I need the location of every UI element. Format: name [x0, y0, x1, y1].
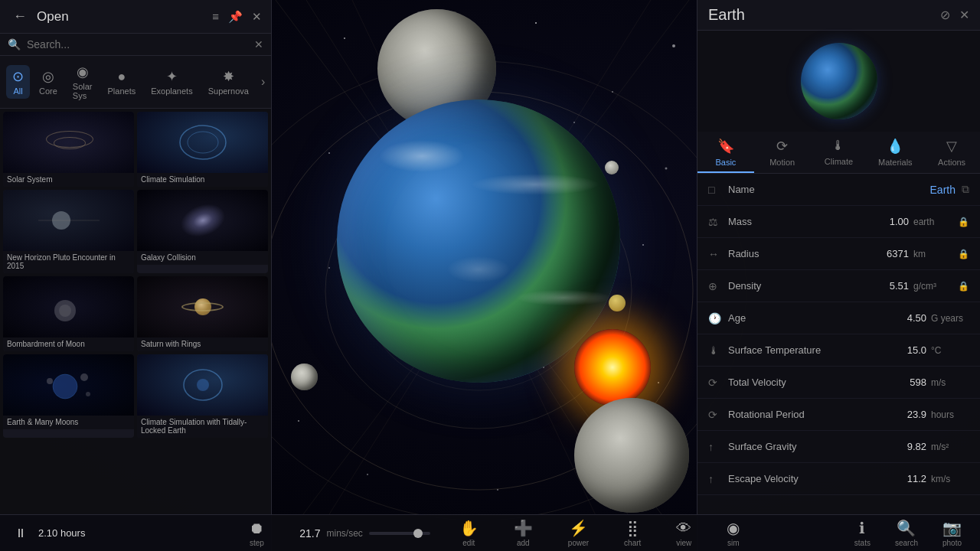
radius-lock-icon[interactable]: 🔒: [958, 249, 969, 259]
chart-button[interactable]: ⣿ chart: [618, 517, 647, 549]
prop-gravity-text: Surface Gravity: [728, 441, 797, 452]
tab-motion[interactable]: ⟳ Motion: [754, 132, 811, 173]
thumb-img-climate2: [137, 354, 268, 416]
prop-density-label: ⊕ Density: [708, 280, 831, 292]
svg-point-32: [47, 378, 53, 384]
edit-label: edit: [462, 539, 475, 547]
prop-escape-unit: km/s: [931, 474, 969, 484]
thumb-img-moon-bomb: [3, 276, 134, 337]
step-button[interactable]: ⏺ step: [243, 518, 270, 549]
search-button[interactable]: 🔍 search: [889, 517, 924, 549]
pin-icon[interactable]: 📌: [228, 10, 243, 24]
thumb-label-climate: Climate Simulation: [137, 173, 268, 187]
thumb-solar-system[interactable]: Solar System: [3, 112, 134, 187]
prop-gravity-unit: m/s²: [931, 442, 969, 452]
tab-climate[interactable]: 🌡 Climate: [811, 132, 867, 173]
toolbar-right: ℹ stats 🔍 search 📷 photo: [836, 517, 980, 549]
tab-basic[interactable]: 🔖 Basic: [697, 132, 754, 173]
svg-point-33: [86, 392, 90, 396]
thumb-climate[interactable]: Climate Simulation: [137, 112, 268, 187]
prop-mass: ⚖ Mass 1.00 earth 🔒: [697, 206, 980, 238]
add-label: add: [517, 539, 530, 547]
play-pause-button[interactable]: ⏸: [9, 522, 32, 545]
right-panel-title: Earth: [708, 6, 745, 24]
cat-label-all: All: [13, 86, 22, 96]
left-panel: ← Open ≡ 📌 ✕ 🔍 ✕ ⊙ All ◎ Core ◉ Solar Sy…: [0, 0, 272, 551]
thumb-label-saturn: Saturn with Rings: [137, 337, 268, 351]
chart-icon: ⣿: [627, 519, 639, 537]
panel-close-icon[interactable]: ✕: [252, 10, 262, 24]
search-clear-icon[interactable]: ✕: [254, 38, 263, 51]
prop-density-text: Density: [728, 280, 761, 292]
moon-bottom: [574, 398, 689, 513]
basic-tab-icon: 🔖: [717, 138, 734, 155]
edit-icon: ✋: [459, 519, 479, 537]
cat-tab-all[interactable]: ⊙ All: [6, 65, 30, 99]
categories-arrow-icon[interactable]: ›: [261, 75, 265, 89]
prop-radius: ↔ Radius 6371 km 🔒: [697, 238, 980, 270]
cat-tab-core[interactable]: ◎ Core: [33, 65, 64, 99]
bottom-toolbar: ⏸ 2.10 hours ⏺ step 21.7 mins/sec ✋ edit…: [0, 514, 980, 551]
surface-temp-prop-icon: 🌡: [708, 344, 722, 357]
earth-thumbnail: [801, 43, 877, 119]
speed-slider[interactable]: [369, 532, 430, 535]
back-icon: ←: [13, 8, 27, 24]
edit-button[interactable]: ✋ edit: [453, 517, 485, 549]
cat-tab-supernova[interactable]: ✸ Supernova: [202, 65, 255, 99]
tab-actions[interactable]: ▽ Actions: [923, 132, 980, 173]
search-input[interactable]: [27, 38, 254, 51]
core-icon: ◎: [42, 68, 54, 85]
svg-point-25: [188, 132, 218, 153]
rotation-prop-icon: ⟳: [708, 409, 722, 421]
velocity-prop-icon: ⟳: [708, 377, 722, 389]
photo-label: photo: [942, 539, 962, 547]
svg-point-12: [612, 91, 613, 93]
name-copy-icon[interactable]: ⧉: [962, 183, 969, 196]
svg-point-30: [53, 374, 77, 399]
earth-planet[interactable]: [337, 99, 620, 383]
power-button[interactable]: ⚡ power: [562, 517, 595, 549]
thumb-row-4: Earth & Many Moons Climate Simulation wi…: [3, 354, 268, 438]
power-label: power: [568, 539, 589, 547]
thumb-label-earth-moons: Earth & Many Moons: [3, 416, 134, 429]
tab-materials[interactable]: 💧 Materials: [867, 132, 923, 173]
prop-velocity-label: ⟳ Total Velocity: [708, 377, 831, 389]
view-label: view: [676, 539, 691, 547]
svg-point-11: [535, 22, 537, 24]
thumb-climate2[interactable]: Climate Simulation with Tidally-Locked E…: [137, 354, 268, 438]
gravity-prop-icon: ↑: [708, 441, 722, 453]
cat-tab-exoplanets[interactable]: ✦ Exoplanets: [145, 65, 198, 99]
view-button[interactable]: 👁 view: [670, 518, 697, 549]
thumb-earth-moons[interactable]: Earth & Many Moons: [3, 354, 134, 438]
photo-button[interactable]: 📷 photo: [936, 517, 968, 549]
svg-point-13: [672, 44, 675, 47]
back-button[interactable]: ←: [9, 6, 31, 28]
thumb-label-galaxy: Galaxy Collision: [137, 251, 268, 265]
sim-button[interactable]: ◉ sim: [720, 517, 746, 549]
prop-total-velocity: ⟳ Total Velocity 598 m/s: [697, 367, 980, 399]
prop-gravity-value: 9.82: [831, 441, 926, 452]
svg-point-31: [80, 373, 88, 381]
cat-tab-solar[interactable]: ◉ Solar Sys: [67, 60, 99, 103]
thumb-row-1: Solar System Climate Simulation: [3, 112, 268, 187]
thumb-galaxy[interactable]: Galaxy Collision: [137, 190, 268, 273]
svg-point-29: [59, 305, 71, 317]
right-close-icon[interactable]: ✕: [959, 8, 969, 22]
mass-lock-icon[interactable]: 🔒: [958, 217, 969, 227]
density-lock-icon[interactable]: 🔒: [958, 281, 969, 292]
thumb-moon-bomb[interactable]: Bombardment of Moon: [3, 276, 134, 351]
thumb-saturn[interactable]: Saturn with Rings: [137, 276, 268, 351]
thumb-img-climate: [137, 112, 268, 173]
prop-mass-value: 1.00: [831, 216, 909, 227]
thumb-pluto[interactable]: New Horizon Pluto Encounter in 2015: [3, 190, 134, 273]
list-icon[interactable]: ≡: [212, 10, 219, 24]
right-hide-icon[interactable]: ⊘: [940, 8, 950, 22]
search-label: search: [895, 539, 918, 547]
prop-age-label: 🕐 Age: [708, 312, 831, 324]
add-button[interactable]: ➕ add: [508, 517, 539, 549]
prop-mass-text: Mass: [728, 216, 752, 227]
cat-tab-planets[interactable]: ● Planets: [102, 66, 142, 99]
stats-button[interactable]: ℹ stats: [848, 517, 877, 549]
svg-point-35: [197, 379, 209, 391]
photo-icon: 📷: [942, 519, 962, 537]
